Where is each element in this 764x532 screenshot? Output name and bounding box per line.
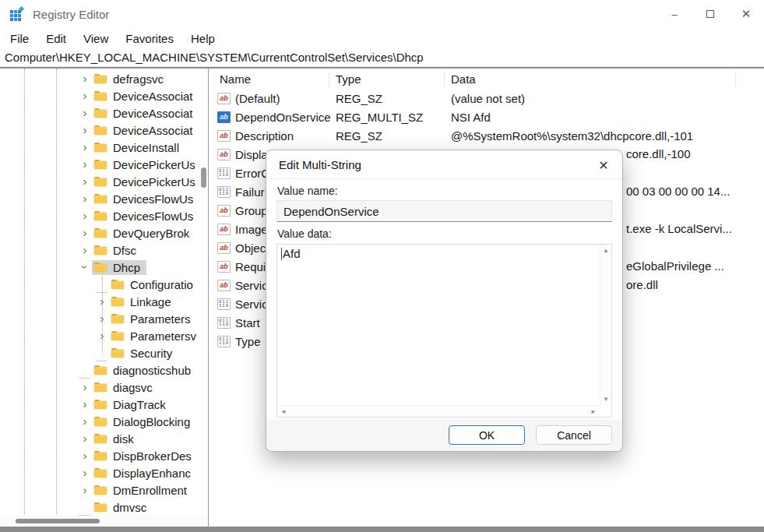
tree-item-content: DeviceAssociat <box>92 89 199 104</box>
string-value-icon: ab <box>217 280 231 291</box>
chevron-right-icon[interactable]: › <box>95 294 109 308</box>
chevron-right-icon[interactable]: › <box>78 123 92 137</box>
menu-item-file[interactable]: File <box>2 32 37 45</box>
column-header-type[interactable]: Type <box>336 72 451 86</box>
chevron-right-icon[interactable]: › <box>78 449 92 463</box>
tree-item-dmvsc[interactable]: dmvsc <box>0 499 200 516</box>
tree-item-dmenrollment[interactable]: ›DmEnrollment <box>0 481 200 499</box>
menu-item-view[interactable]: View <box>75 32 117 45</box>
chevron-right-icon[interactable]: › <box>78 192 92 206</box>
chevron-right-icon[interactable]: › <box>78 140 92 154</box>
tree-item-dialogblocking[interactable]: ›DialogBlocking <box>0 413 200 430</box>
value-data-textarea[interactable]: Afd ▲ ▼ ◄ ► <box>276 244 612 417</box>
edit-multi-string-dialog: Edit Multi-String ✕ Value name: DependOn… <box>266 150 623 452</box>
chevron-right-icon[interactable]: › <box>78 226 92 240</box>
tree-item-parametersv[interactable]: ›Parametersv <box>0 327 200 344</box>
tree-item-devicesflowus[interactable]: ›DevicesFlowUs <box>0 207 200 224</box>
menu-item-edit[interactable]: Edit <box>37 32 75 45</box>
close-button[interactable]: ✕ <box>728 0 764 28</box>
tree-item-deviceassociat[interactable]: ›DeviceAssociat <box>0 122 200 139</box>
chevron-right-icon[interactable]: › <box>78 432 92 446</box>
chevron-right-icon[interactable]: › <box>78 243 92 257</box>
string-value-icon: ab <box>217 93 231 104</box>
value-name-field[interactable]: DependOnService <box>276 200 612 222</box>
tree-item-parameters[interactable]: ›Parameters <box>0 310 200 327</box>
minimize-button[interactable]: – <box>657 0 692 28</box>
column-header-data[interactable]: Data <box>451 72 764 86</box>
tree-item-diagnosticshub[interactable]: diagnosticshub <box>0 361 200 379</box>
value-type-text: REG_SZ <box>336 129 451 143</box>
cancel-button[interactable]: Cancel <box>536 425 612 445</box>
tree-item-disk[interactable]: ›disk <box>0 430 200 447</box>
chevron-right-icon[interactable]: › <box>78 397 92 411</box>
tree-horizontal-scrollbar-thumb[interactable] <box>16 519 100 523</box>
tree-item-dfsc[interactable]: ›Dfsc <box>0 241 200 259</box>
tree-item-displayenhanc[interactable]: ›DisplayEnhanc <box>0 464 200 481</box>
scroll-up-icon[interactable]: ▲ <box>600 245 612 256</box>
folder-icon <box>93 193 107 204</box>
chevron-right-icon[interactable]: › <box>95 312 109 326</box>
tree-item-label: DisplayEnhanc <box>113 467 191 480</box>
tree-item-devicepickerus[interactable]: ›DevicePickerUs <box>0 156 200 173</box>
value-name-cell: abDescription <box>209 129 336 143</box>
tree-item-selected-highlight: Dhcp <box>92 260 146 275</box>
chevron-right-icon[interactable]: › <box>78 157 92 171</box>
chevron-right-icon[interactable]: › <box>78 72 92 86</box>
tree-item-linkage[interactable]: ›Linkage <box>0 293 200 310</box>
value-name-text: Description <box>235 129 294 143</box>
scroll-down-icon[interactable]: ▼ <box>600 393 612 405</box>
scroll-left-icon[interactable]: ◄ <box>277 406 290 417</box>
tree-item-dispbrokerdes[interactable]: ›DispBrokerDes <box>0 447 200 464</box>
value-row-description[interactable]: abDescriptionREG_SZ@%SystemRoot%\system3… <box>209 126 764 145</box>
maximize-button[interactable] <box>692 0 728 28</box>
tree-item-devquerybrok[interactable]: ›DevQueryBrok <box>0 224 200 241</box>
tree-item-deviceassociat[interactable]: ›DeviceAssociat <box>0 87 200 104</box>
scroll-right-icon[interactable]: ► <box>587 406 600 417</box>
column-header-name[interactable]: Name <box>209 72 336 86</box>
tree-item-deviceassociat[interactable]: ›DeviceAssociat <box>0 104 200 122</box>
tree-item-devicepickerus[interactable]: ›DevicePickerUs <box>0 173 200 190</box>
column-separator[interactable] <box>329 71 329 86</box>
textarea-vertical-scrollbar[interactable]: ▲ ▼ <box>600 245 611 405</box>
chevron-right-icon[interactable]: › <box>78 106 92 120</box>
value-row-default[interactable]: ab(Default)REG_SZ(value not set) <box>209 89 764 107</box>
chevron-right-icon[interactable]: › <box>78 483 92 497</box>
menu-item-help[interactable]: Help <box>182 32 224 45</box>
chevron-right-icon[interactable]: › <box>78 89 92 103</box>
dialog-close-icon[interactable]: ✕ <box>594 156 613 174</box>
textarea-horizontal-scrollbar[interactable]: ◄ ► <box>277 405 600 417</box>
tree-item-defragsvc[interactable]: ›defragsvc <box>0 70 200 87</box>
folder-icon <box>111 296 125 307</box>
column-separator[interactable] <box>444 71 445 86</box>
tree-item-security[interactable]: Security <box>0 344 200 361</box>
tree-item-diagsvc[interactable]: ›diagsvc <box>0 379 200 396</box>
tree-item-devicesflowus[interactable]: ›DevicesFlowUs <box>0 190 200 207</box>
chevron-right-icon[interactable]: › <box>78 380 92 394</box>
tree-item-deviceinstall[interactable]: ›DeviceInstall <box>0 139 200 156</box>
chevron-down-icon[interactable]: › <box>78 260 92 274</box>
chevron-right-icon[interactable]: › <box>78 174 92 188</box>
title-bar: Registry Editor – ✕ <box>0 0 764 28</box>
tree-item-label: DevicePickerUs <box>113 175 195 188</box>
chevron-right-icon[interactable]: › <box>78 209 92 223</box>
value-data-fragment: t.exe -k LocalServi... <box>626 220 732 238</box>
value-row-dependonservice[interactable]: abDependOnServiceREG_MULTI_SZNSI Afd <box>209 107 764 126</box>
tree-item-dhcp[interactable]: ›Dhcp <box>0 259 200 276</box>
string-value-icon: ab <box>217 224 231 235</box>
address-bar[interactable]: Computer\HKEY_LOCAL_MACHINE\SYSTEM\Curre… <box>0 48 764 67</box>
menu-item-favorites[interactable]: Favorites <box>117 32 182 45</box>
value-name-text: Servic <box>235 298 268 311</box>
value-name-text: Objec <box>235 241 266 255</box>
tree-item-configuratio[interactable]: Configuratio <box>0 276 200 293</box>
registry-tree-panel: ›defragsvc›DeviceAssociat›DeviceAssociat… <box>0 69 209 527</box>
column-separator[interactable] <box>735 71 736 86</box>
ok-button[interactable]: OK <box>449 425 525 445</box>
tree-item-diagtrack[interactable]: ›DiagTrack <box>0 396 200 413</box>
chevron-right-icon[interactable]: › <box>78 414 92 428</box>
tree-vertical-scrollbar[interactable] <box>201 167 206 188</box>
tree-horizontal-scrollbar[interactable] <box>0 516 207 527</box>
chevron-right-icon[interactable]: › <box>95 329 109 343</box>
string-value-icon: ab <box>217 111 231 123</box>
folder-icon <box>93 90 107 101</box>
chevron-right-icon[interactable]: › <box>78 466 92 480</box>
